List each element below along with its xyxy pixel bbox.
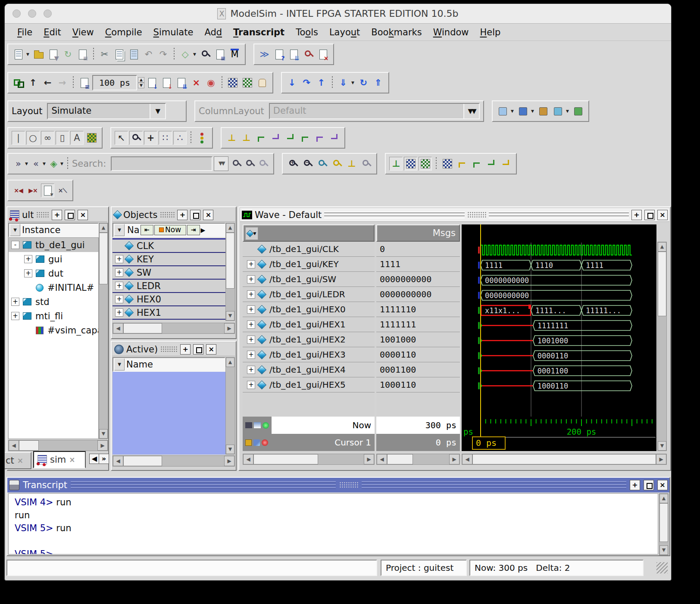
active-hscroll-thumb[interactable] <box>123 456 162 466</box>
save-format-button[interactable] <box>551 104 565 118</box>
title-bar[interactable]: X ModelSim - INTEL FPGA STARTER EDITION … <box>5 4 671 24</box>
step-down-button[interactable]: ⇓ <box>337 76 350 90</box>
run-length-stepper[interactable]: ▲▼ <box>138 77 144 88</box>
delete-cursor-icon[interactable] <box>262 439 268 446</box>
run-button[interactable]: ↓ <box>146 76 159 90</box>
objects-vscrollbar[interactable]: ▲ ▼ <box>225 223 235 321</box>
tab-project-close-icon[interactable]: × <box>17 456 23 465</box>
dropdown-caret-icon[interactable]: ▼ <box>43 162 47 166</box>
wave-cursor-row[interactable]: Cursor 1 <box>243 434 375 451</box>
zoom-full-button[interactable] <box>316 157 329 171</box>
objects-panel-add-button[interactable]: + <box>177 210 188 220</box>
run-all-button[interactable]: ⇊ <box>175 76 188 90</box>
grid-a-button[interactable] <box>404 157 417 171</box>
instance-tree[interactable]: -tb_de1_gui+gui+dut#INITIAL#+std+mti_fli… <box>8 237 99 439</box>
back-button[interactable]: ← <box>41 76 54 90</box>
active-process-list[interactable] <box>112 372 225 455</box>
link-environment-button[interactable] <box>12 76 25 90</box>
examine-hand-button[interactable] <box>256 76 269 90</box>
force-all-button[interactable]: A <box>70 131 84 145</box>
rising-edge-button[interactable] <box>298 131 312 145</box>
close-window-icon[interactable] <box>12 9 21 18</box>
dropdown-caret-icon[interactable]: ▼ <box>531 109 535 113</box>
menu-edit[interactable]: Edit <box>38 27 67 37</box>
instance-column-header[interactable]: ▼ Instance <box>8 223 99 237</box>
active-scroll-up-icon[interactable]: ▲ <box>226 358 234 367</box>
new-file-button[interactable] <box>12 47 25 61</box>
transcript-add-button[interactable]: + <box>630 480 640 490</box>
sim-tree-vscrollbar[interactable]: ▲ ▼ <box>99 223 108 439</box>
wave-colors-button[interactable] <box>85 131 98 145</box>
find-prev-button[interactable] <box>243 157 256 171</box>
wave-hscroll-right-icon[interactable]: ▶ <box>656 454 666 464</box>
step-over-button[interactable]: ↷ <box>300 76 313 90</box>
wave-panel-drag-handle[interactable] <box>467 212 486 218</box>
copy-button[interactable] <box>112 47 126 61</box>
objects-item-ledr[interactable]: +LEDR <box>112 280 225 293</box>
undo-button[interactable]: ↶ <box>142 47 155 61</box>
objects-hscroll-thumb[interactable] <box>123 323 162 333</box>
wave-signal-values-column[interactable]: 0111100000000000000000000111111011111111… <box>376 242 460 417</box>
objects-item-hex1[interactable]: +HEX1 <box>112 306 225 320</box>
wave-names-hscrollbar[interactable]: ◀ ▶ <box>243 454 375 465</box>
wave-name-row[interactable]: +/tb_de1_gui/SW <box>243 272 375 287</box>
find-button[interactable] <box>199 47 212 61</box>
active-panel-close-button[interactable]: × <box>206 344 216 355</box>
wave-scroll-thumb[interactable] <box>658 252 666 316</box>
objects-scroll-down-icon[interactable]: ▼ <box>226 311 234 321</box>
wave-signal-names-column[interactable]: /tb_de1_gui/CLK+/tb_de1_gui/KEY+/tb_de1_… <box>243 242 375 417</box>
tab-sim-close-icon[interactable]: × <box>69 455 75 464</box>
objects-item-hex0[interactable]: +HEX0 <box>112 293 225 306</box>
objects-panel-titlebar[interactable]: Objects + × <box>112 208 235 222</box>
transcript-drag-handle[interactable] <box>339 482 358 489</box>
expand-icon[interactable]: + <box>115 295 123 303</box>
sim-hscroll-thumb[interactable] <box>19 440 39 451</box>
compile-stop-button[interactable]: × <box>316 47 330 61</box>
expand-icon[interactable]: + <box>11 298 19 306</box>
grid-b-button[interactable] <box>419 157 432 171</box>
prev-diff-button[interactable]: ×◀ <box>12 184 25 197</box>
cursor-properties-icon[interactable] <box>253 439 260 446</box>
prev-edge-button[interactable] <box>313 131 326 145</box>
instance-filter-icon[interactable]: ▼ <box>10 224 20 236</box>
layout-dropdown-icon[interactable]: ▼ <box>150 104 165 118</box>
dropdown-caret-icon[interactable]: ▼ <box>351 81 356 85</box>
transcript-scroll-up-icon[interactable]: ▲ <box>659 494 668 503</box>
break-button[interactable]: × <box>190 76 203 90</box>
print-button[interactable]: ≡ <box>76 47 89 61</box>
columnlayout-dropdown-icon[interactable]: ▼▼ <box>463 104 479 118</box>
wave-name-row[interactable]: /tb_de1_gui/CLK <box>243 242 375 257</box>
active-hscroll-right-icon[interactable]: ▶ <box>224 456 234 466</box>
expand-icon[interactable]: + <box>247 336 255 344</box>
add-time-marker-icon[interactable] <box>262 422 269 429</box>
transcript-undock-button[interactable] <box>644 480 654 490</box>
find-next-button[interactable] <box>230 157 243 171</box>
expand-icon[interactable]: + <box>11 312 19 320</box>
transcript-vscrollbar[interactable]: ▲ ▼ <box>659 493 669 555</box>
expand-icon[interactable]: + <box>247 321 255 329</box>
wave-scroll-down-icon[interactable]: ▼ <box>658 441 666 451</box>
stoplight-button[interactable] <box>195 131 209 145</box>
maximize-window-icon[interactable] <box>44 9 52 18</box>
wave-name-row[interactable]: +/tb_de1_gui/LEDR <box>243 287 375 302</box>
dropdown-caret-icon[interactable]: ▼ <box>566 109 570 113</box>
dropdown-caret-icon[interactable]: ▼ <box>193 52 197 56</box>
snap-grid-button[interactable]: ∴ <box>173 131 187 145</box>
transcript-console[interactable]: VSIM 4> runrunVSIM 5> runVSIM 5> <box>8 493 658 554</box>
environment-button[interactable]: ≡ <box>78 76 91 90</box>
step-current-button[interactable]: ↻ <box>357 76 370 90</box>
select-mode-button[interactable]: ↖ <box>115 131 128 145</box>
run-length-input[interactable]: 100 ps▲▼ <box>92 75 144 90</box>
tree-item-dut[interactable]: +dut <box>9 266 98 280</box>
edge-a-button[interactable] <box>455 157 469 171</box>
dropdown-caret-icon[interactable]: ▼ <box>25 162 29 166</box>
lock-cursor-icon[interactable] <box>245 439 252 446</box>
wave-name-row[interactable]: +/tb_de1_gui/HEX5 <box>243 377 375 392</box>
sim-scroll-thumb[interactable] <box>99 233 108 284</box>
diff-log-button[interactable]: ▾ <box>41 184 54 197</box>
objects-panel-close-button[interactable]: × <box>203 210 213 220</box>
dropdown-caret-icon[interactable]: ▼ <box>26 52 31 56</box>
sim-tree-hscrollbar[interactable]: ◀ ▶ <box>8 440 108 451</box>
transcript-titlebar[interactable]: Transcript + × <box>7 478 669 492</box>
force-clock-button[interactable]: ∣ <box>12 131 25 145</box>
